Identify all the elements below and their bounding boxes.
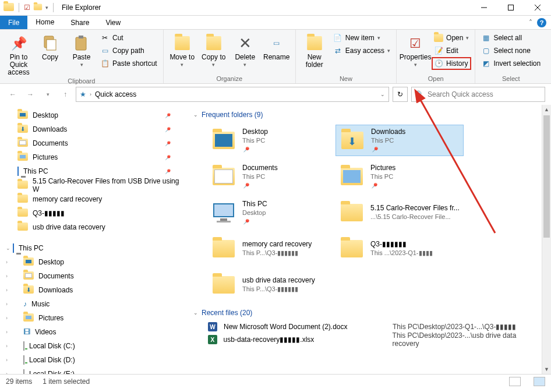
invert-selection-button[interactable]: ◩Invert selection — [479, 57, 543, 70]
navpane-thispc-root[interactable]: ⌄ This PC — [0, 241, 186, 255]
navpane-thispc-item[interactable]: › Local Disk (D:) — [0, 353, 186, 367]
chevron-right-icon[interactable]: › — [6, 273, 8, 279]
folder-name: Documents — [242, 164, 278, 172]
folder-tile[interactable]: Documents This PC 📍 — [207, 161, 335, 192]
navpane-thispc-item[interactable]: › Documents — [0, 269, 186, 283]
navpane-quick-item[interactable]: ⬇ Downloads 📍 — [0, 122, 186, 136]
select-none-button[interactable]: ▢Select none — [479, 44, 543, 57]
chevron-right-icon[interactable]: › — [6, 259, 8, 265]
svg-rect-9 — [214, 204, 233, 216]
navpane-thispc-item[interactable]: › ♪ Music — [0, 297, 186, 311]
properties-button[interactable]: ☑Properties▾ — [400, 31, 430, 69]
scrollbar-thumb[interactable] — [543, 115, 550, 238]
frequent-folders-header[interactable]: ⌄ Frequent folders (9) — [186, 105, 542, 122]
copy-button[interactable]: Copy — [35, 31, 65, 61]
folder-tile[interactable]: Q3-▮▮▮▮▮▮ This ...\2023-Q1-▮▮▮▮ — [335, 233, 464, 264]
chevron-right-icon[interactable]: › — [6, 371, 8, 374]
folder-tile[interactable]: memory card recovery This P...\Q3-▮▮▮▮▮▮ — [207, 233, 335, 264]
navpane-thispc-item[interactable]: › Local Disk (C:) — [0, 339, 186, 353]
refresh-button[interactable]: ↻ — [393, 87, 408, 102]
navpane-item-label: Documents — [38, 272, 74, 280]
chevron-right-icon[interactable]: › — [6, 357, 8, 363]
easy-access-button[interactable]: ⇄Easy access▾ — [331, 44, 393, 57]
details-view-button[interactable] — [509, 377, 521, 386]
navpane-quick-item[interactable]: usb drive data recovery — [0, 220, 186, 234]
navpane-thispc-item[interactable]: › ⬇ Downloads — [0, 283, 186, 297]
select-none-icon: ▢ — [481, 46, 490, 55]
new-item-button[interactable]: 📄New item▾ — [331, 31, 393, 44]
folder-tile[interactable]: ⬇ Downloads This PC 📍 — [335, 125, 464, 156]
pin-icon: 📍 — [368, 179, 379, 190]
tab-file[interactable]: File — [0, 16, 27, 29]
edit-button[interactable]: 📝Edit — [432, 44, 471, 57]
address-dropdown-icon[interactable]: ⌄ — [380, 91, 385, 97]
pin-icon: 📍 — [240, 216, 251, 227]
navpane-quick-item[interactable]: Desktop 📍 — [0, 108, 186, 122]
open-button[interactable]: Open▾ — [432, 31, 471, 44]
chevron-right-icon[interactable]: › — [6, 287, 8, 293]
folder-tile[interactable]: 5.15 Carlo-Recover Files fr... ...\5.15 … — [335, 197, 464, 228]
chevron-down-icon[interactable]: ⌄ — [6, 245, 10, 251]
minimize-button[interactable] — [471, 0, 497, 16]
scroll-up-icon[interactable]: ▲ — [542, 105, 551, 114]
folder-tile[interactable]: usb drive data recovery This P...\Q3-▮▮▮… — [207, 269, 335, 301]
navpane-quick-item[interactable]: memory card recovery — [0, 192, 186, 206]
navpane-quick-item[interactable]: Pictures 📍 — [0, 150, 186, 164]
vertical-scrollbar[interactable]: ▲ ▼ — [542, 105, 551, 374]
rename-button[interactable]: ▭Rename — [262, 31, 292, 61]
chevron-right-icon[interactable]: › — [6, 315, 8, 321]
navpane-quick-item[interactable]: This PC 📍 — [0, 164, 186, 178]
up-button[interactable]: ↑ — [58, 87, 72, 101]
delete-button[interactable]: ✕Delete▾ — [230, 31, 260, 69]
close-button[interactable] — [524, 0, 551, 16]
address-bar[interactable]: ★ › Quick access ⌄ — [76, 87, 389, 102]
scroll-down-icon[interactable]: ▼ — [542, 365, 551, 374]
search-box[interactable]: 🔍 Search Quick access — [411, 87, 545, 102]
recent-locations-button[interactable]: ▾ — [41, 87, 55, 101]
pin-to-quick-access-button[interactable]: 📌Pin to Quick access — [3, 31, 34, 76]
paste-button[interactable]: Paste▾ — [66, 31, 97, 69]
large-icons-view-button[interactable] — [534, 377, 545, 386]
folder-tile[interactable]: Desktop This PC 📍 — [207, 125, 335, 156]
recent-files-header[interactable]: ⌄ Recent files (20) — [186, 303, 542, 320]
tab-view[interactable]: View — [97, 16, 129, 29]
content-pane: ⌄ Frequent folders (9) Desktop This PC 📍… — [186, 105, 542, 374]
back-button[interactable]: ← — [6, 87, 20, 101]
item-icon — [23, 356, 24, 364]
rename-icon: ▭ — [267, 34, 286, 52]
paste-shortcut-button[interactable]: 📋Paste shortcut — [98, 57, 160, 70]
navpane-quick-item[interactable]: Q3-▮▮▮▮▮ — [0, 206, 186, 220]
recent-file-row[interactable]: X usb-data-recovery▮▮▮▮▮.xlsx This PC\De… — [203, 333, 542, 346]
collapse-ribbon-icon[interactable]: ˄ — [529, 19, 532, 27]
navpane-thispc-item[interactable]: › 🎞 Videos — [0, 325, 186, 339]
history-button[interactable]: 🕑History — [432, 57, 471, 70]
copy-to-button[interactable]: Copy to▾ — [199, 31, 229, 69]
navpane-thispc-item[interactable]: › Desktop — [0, 255, 186, 269]
folder-tile[interactable]: This PC Desktop 📍 — [207, 197, 335, 228]
qat-properties-icon[interactable]: ☑ — [24, 3, 30, 12]
navpane-item-label: 5.15 Carlo-Recover Files from USB Drive … — [33, 177, 186, 193]
navpane-quick-item[interactable]: 5.15 Carlo-Recover Files from USB Drive … — [0, 178, 186, 192]
forward-button[interactable]: → — [23, 87, 37, 101]
new-folder-button[interactable]: New folder — [299, 31, 330, 69]
move-to-button[interactable]: Move to▾ — [167, 31, 197, 69]
chevron-right-icon[interactable]: › — [6, 329, 8, 335]
select-all-button[interactable]: ▦Select all — [479, 31, 543, 44]
breadcrumb[interactable]: Quick access — [95, 90, 136, 98]
folder-name: memory card recovery — [242, 240, 312, 249]
folder-tile[interactable]: Pictures This PC 📍 — [335, 161, 464, 192]
cut-button[interactable]: ✂Cut — [98, 31, 160, 44]
tab-share[interactable]: Share — [62, 16, 97, 29]
chevron-right-icon[interactable]: › — [6, 343, 8, 349]
navpane-thispc-item[interactable]: › Pictures — [0, 311, 186, 325]
copy-path-button[interactable]: ▭Copy path — [98, 44, 160, 57]
qat-dropdown-icon[interactable]: ▾ — [45, 5, 48, 10]
qat-newfolder-icon[interactable] — [33, 3, 43, 13]
navpane-thispc-item[interactable]: › Local Disk (E:) — [0, 367, 186, 374]
navpane-quick-item[interactable]: Documents 📍 — [0, 136, 186, 150]
tab-home[interactable]: Home — [27, 16, 62, 29]
folder-icon — [211, 237, 236, 260]
maximize-button[interactable] — [497, 0, 524, 16]
help-icon[interactable]: ? — [537, 18, 546, 27]
chevron-right-icon[interactable]: › — [6, 301, 8, 307]
